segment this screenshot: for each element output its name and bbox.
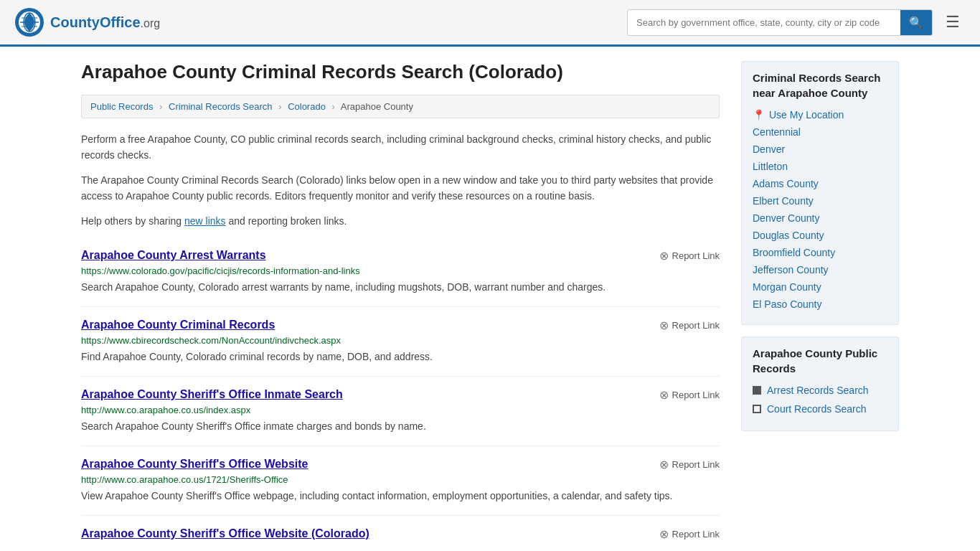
breadcrumb-current: Arapahoe County xyxy=(341,101,413,112)
report-link-4[interactable]: ⊗ Report Link xyxy=(659,527,720,541)
description-3: Help others by sharing new links and rep… xyxy=(81,213,720,229)
results-list: Arapahoe County Arrest Warrants ⊗ Report… xyxy=(81,237,720,551)
nearby-title: Criminal Records Search near Arapahoe Co… xyxy=(753,70,887,100)
report-label-0: Report Link xyxy=(672,250,720,261)
result-item-1: Arapahoe County Criminal Records ⊗ Repor… xyxy=(81,307,720,377)
nearby-denver[interactable]: Denver xyxy=(753,143,887,155)
nearby-denver-county[interactable]: Denver County xyxy=(753,212,887,224)
report-label-1: Report Link xyxy=(672,320,720,331)
records-court[interactable]: Court Records Search xyxy=(753,403,887,415)
breadcrumb: Public Records › Criminal Records Search… xyxy=(81,95,720,118)
result-item-0: Arapahoe County Arrest Warrants ⊗ Report… xyxy=(81,237,720,307)
result-item-4: Arapahoe County Sheriff's Office Website… xyxy=(81,516,720,551)
site-header: CountyOffice.org 🔍 ☰ xyxy=(0,0,980,47)
breadcrumb-public-records[interactable]: Public Records xyxy=(90,101,153,112)
description-1: Perform a free Arapahoe County, CO publi… xyxy=(81,131,720,164)
report-label-4: Report Link xyxy=(672,529,720,540)
records-title: Arapahoe County Public Records xyxy=(753,346,887,376)
report-icon-0: ⊗ xyxy=(659,249,669,263)
search-button[interactable]: 🔍 xyxy=(900,10,932,35)
sidebar: Criminal Records Search near Arapahoe Co… xyxy=(741,61,899,551)
result-item-3: Arapahoe County Sheriff's Office Website… xyxy=(81,446,720,516)
result-title-3[interactable]: Arapahoe County Sheriff's Office Website xyxy=(81,458,308,471)
use-my-location-anchor[interactable]: Use My Location xyxy=(769,109,844,121)
result-item-2: Arapahoe County Sheriff's Office Inmate … xyxy=(81,377,720,446)
logo-text: CountyOffice.org xyxy=(50,14,160,31)
result-url-1: https://www.cbirecordscheck.com/NonAccou… xyxy=(81,335,720,346)
result-desc-1: Find Arapahoe County, Colorado criminal … xyxy=(81,349,720,364)
report-icon-1: ⊗ xyxy=(659,319,669,332)
report-link-1[interactable]: ⊗ Report Link xyxy=(659,319,720,332)
records-box: Arapahoe County Public Records Arrest Re… xyxy=(741,336,899,431)
report-icon-2: ⊗ xyxy=(659,388,669,402)
description-2: The Arapahoe County Criminal Records Sea… xyxy=(81,172,720,204)
result-title-2[interactable]: Arapahoe County Sheriff's Office Inmate … xyxy=(81,388,343,401)
report-link-2[interactable]: ⊗ Report Link xyxy=(659,388,720,402)
new-links-link[interactable]: new links xyxy=(184,215,226,227)
report-icon-4: ⊗ xyxy=(659,527,669,541)
report-label-2: Report Link xyxy=(672,390,720,400)
header-right: 🔍 ☰ xyxy=(627,9,966,36)
content-area: Arapahoe County Criminal Records Search … xyxy=(81,61,720,551)
nearby-broomfield-county[interactable]: Broomfield County xyxy=(753,247,887,258)
main-container: Arapahoe County Criminal Records Search … xyxy=(60,47,920,551)
description-3-suffix: and reporting broken links. xyxy=(226,215,347,227)
outline-square-icon xyxy=(753,405,761,413)
location-icon: 📍 xyxy=(753,109,765,121)
result-desc-3: View Arapahoe County Sheriff's Office we… xyxy=(81,489,720,504)
nearby-box: Criminal Records Search near Arapahoe Co… xyxy=(741,61,899,325)
logo-icon xyxy=(14,7,44,37)
search-input[interactable] xyxy=(628,11,900,34)
result-title-4[interactable]: Arapahoe County Sheriff's Office Website… xyxy=(81,527,369,540)
result-desc-0: Search Arapahoe County, Colorado arrest … xyxy=(81,280,720,295)
page-title: Arapahoe County Criminal Records Search … xyxy=(81,61,720,83)
filled-square-icon xyxy=(753,386,761,395)
result-url-2: http://www.co.arapahoe.co.us/index.aspx xyxy=(81,405,720,415)
breadcrumb-colorado[interactable]: Colorado xyxy=(288,101,326,112)
nearby-elbert-county[interactable]: Elbert County xyxy=(753,195,887,207)
report-icon-3: ⊗ xyxy=(659,458,669,471)
breadcrumb-criminal-records[interactable]: Criminal Records Search xyxy=(169,101,273,112)
nearby-centennial[interactable]: Centennial xyxy=(753,126,887,138)
result-title-0[interactable]: Arapahoe County Arrest Warrants xyxy=(81,249,266,262)
report-link-0[interactable]: ⊗ Report Link xyxy=(659,249,720,263)
nearby-douglas-county[interactable]: Douglas County xyxy=(753,230,887,241)
result-url-3: http://www.co.arapahoe.co.us/1721/Sherif… xyxy=(81,474,720,485)
result-title-1[interactable]: Arapahoe County Criminal Records xyxy=(81,319,275,331)
logo-area: CountyOffice.org xyxy=(14,7,160,37)
nearby-morgan-county[interactable]: Morgan County xyxy=(753,281,887,293)
records-arrest[interactable]: Arrest Records Search xyxy=(753,385,887,396)
result-url-0: https://www.colorado.gov/pacific/cicjis/… xyxy=(81,265,720,276)
hamburger-menu-button[interactable]: ☰ xyxy=(940,10,966,34)
nearby-littleton[interactable]: Littleton xyxy=(753,161,887,172)
nearby-jefferson-county[interactable]: Jefferson County xyxy=(753,264,887,276)
search-bar: 🔍 xyxy=(627,9,933,36)
use-my-location-link[interactable]: 📍 Use My Location xyxy=(753,109,887,121)
description-3-prefix: Help others by sharing xyxy=(81,215,184,227)
search-icon: 🔍 xyxy=(909,17,923,29)
result-desc-2: Search Arapahoe County Sheriff's Office … xyxy=(81,419,720,434)
nearby-el-paso-county[interactable]: El Paso County xyxy=(753,298,887,310)
nearby-adams-county[interactable]: Adams County xyxy=(753,178,887,189)
hamburger-icon: ☰ xyxy=(946,13,960,31)
report-link-3[interactable]: ⊗ Report Link xyxy=(659,458,720,471)
report-label-3: Report Link xyxy=(672,459,720,470)
